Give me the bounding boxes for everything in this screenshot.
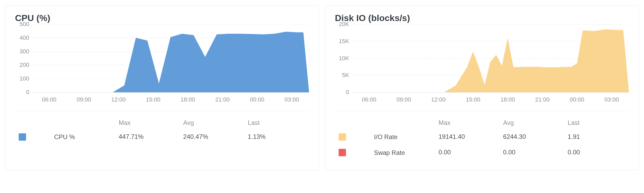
dashboard-row: CPU (%) 0100200300400500 06:0009:0012:00… (0, 0, 644, 175)
stat-avg: 6244.30 (500, 129, 564, 144)
y-tick-label: 15K (339, 38, 352, 45)
stat-header: Max (116, 117, 180, 129)
x-tick-label: 12:00 (111, 96, 126, 103)
series-area (352, 29, 629, 92)
panel-title: CPU (%) (15, 13, 309, 23)
y-tick-label: 5K (342, 72, 352, 79)
y-tick-label: 300 (19, 48, 32, 55)
panel-title: Disk IO (blocks/s) (335, 13, 629, 23)
legend-row-io[interactable]: I/O Rate 19141.40 6244.30 1.91 (335, 129, 628, 144)
legend-row-cpu[interactable]: CPU % 447.71% 240.47% 1.13% (16, 129, 309, 144)
stat-last: 1.91 (564, 129, 628, 144)
chart-svg (32, 24, 309, 92)
y-tick-label: 100 (19, 75, 32, 82)
plot-area[interactable]: 05K10K15K20K (352, 24, 629, 93)
x-tick-label: 21:00 (215, 96, 230, 103)
stat-header: Max (435, 117, 499, 129)
x-tick-label: 15:00 (466, 96, 480, 103)
chart-svg (352, 24, 629, 92)
x-tick-label: 00:00 (570, 96, 584, 103)
series-swatch (19, 133, 26, 141)
x-tick-label: 15:00 (146, 96, 160, 103)
panel-cpu: CPU (%) 0100200300400500 06:0009:0012:00… (5, 5, 319, 170)
series-swatch (339, 149, 346, 156)
x-tick-label: 09:00 (397, 96, 411, 103)
y-tick-label: 200 (19, 62, 32, 68)
series-area (32, 32, 309, 92)
panel-diskio: Disk IO (blocks/s) 05K10K15K20K 06:0009:… (325, 5, 639, 170)
stat-max: 0.00 (435, 145, 499, 160)
series-name: CPU % (54, 133, 75, 140)
x-tick-label: 21:00 (535, 96, 549, 103)
chart-cpu[interactable]: 0100200300400500 06:0009:0012:0015:0018:… (32, 24, 309, 106)
x-tick-label: 18:00 (501, 96, 515, 103)
series-name: I/O Rate (374, 133, 398, 140)
legend-divider (335, 111, 629, 111)
stat-header: Avg (180, 117, 244, 129)
x-tick-label: 00:00 (250, 96, 264, 103)
stat-max: 447.71% (116, 129, 180, 144)
stat-last: 1.13% (245, 129, 309, 144)
x-tick-label: 06:00 (362, 96, 376, 103)
x-axis-ticks: 06:0009:0012:0015:0018:0021:0000:0003:00 (352, 95, 629, 106)
legend-table: Max Avg Last I/O Rate 19141.40 6244.30 1… (335, 116, 629, 160)
stat-last: 0.00 (564, 145, 628, 160)
legend-divider (15, 111, 309, 111)
series-swatch (339, 133, 346, 141)
x-tick-label: 12:00 (431, 96, 446, 103)
chart-diskio[interactable]: 05K10K15K20K 06:0009:0012:0015:0018:0021… (352, 24, 629, 106)
stat-header: Last (245, 117, 309, 129)
legend-table: Max Avg Last CPU % 447.71% 240.47% 1.13% (15, 116, 309, 145)
stat-header: Last (564, 117, 628, 129)
x-axis-ticks: 06:0009:0012:0015:0018:0021:0000:0003:00 (32, 95, 309, 106)
x-tick-label: 06:00 (42, 96, 56, 103)
stat-max: 19141.40 (435, 129, 499, 144)
y-tick-label: 0 (26, 89, 32, 96)
stat-avg: 0.00 (500, 145, 564, 160)
x-tick-label: 03:00 (285, 96, 299, 103)
x-tick-label: 18:00 (181, 96, 195, 103)
y-tick-label: 20K (339, 21, 352, 28)
x-tick-label: 03:00 (605, 96, 619, 103)
plot-area[interactable]: 0100200300400500 (32, 24, 309, 93)
legend-header-row: Max Avg Last (16, 117, 309, 129)
y-tick-label: 10K (339, 55, 352, 62)
stat-avg: 240.47% (180, 129, 244, 144)
legend-header-row: Max Avg Last (335, 117, 628, 129)
y-tick-label: 500 (19, 21, 32, 28)
legend-row-swap[interactable]: Swap Rate 0.00 0.00 0.00 (335, 145, 628, 160)
y-tick-label: 0 (346, 89, 352, 96)
y-tick-label: 400 (19, 34, 32, 41)
series-name: Swap Rate (374, 149, 405, 156)
stat-header: Avg (500, 117, 564, 129)
x-tick-label: 09:00 (77, 96, 91, 103)
